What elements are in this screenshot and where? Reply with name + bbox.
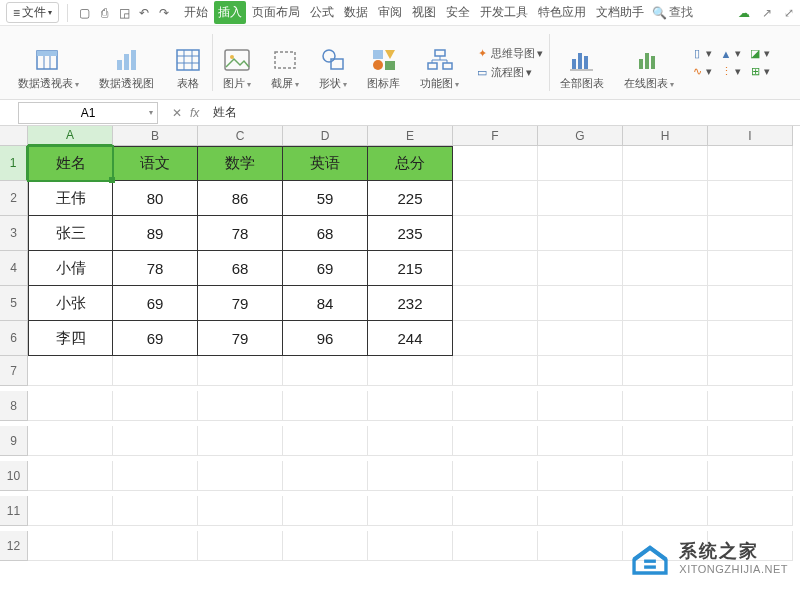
cell[interactable] xyxy=(198,426,283,456)
cell[interactable]: 79 xyxy=(198,321,283,356)
file-menu[interactable]: ≡ 文件 ▾ xyxy=(6,2,59,23)
preview-icon[interactable]: ◲ xyxy=(116,5,132,21)
cell[interactable]: 总分 xyxy=(368,146,453,181)
cell[interactable] xyxy=(708,426,793,456)
cell[interactable]: 69 xyxy=(113,286,198,321)
cell[interactable] xyxy=(453,216,538,251)
cell[interactable] xyxy=(283,426,368,456)
cell[interactable] xyxy=(453,426,538,456)
column-header[interactable]: A xyxy=(28,126,113,146)
cell[interactable] xyxy=(198,531,283,561)
cancel-icon[interactable]: ✕ xyxy=(172,106,182,120)
cell[interactable] xyxy=(708,356,793,386)
cell[interactable] xyxy=(453,531,538,561)
cell[interactable]: 李四 xyxy=(28,321,113,356)
cell[interactable] xyxy=(113,461,198,491)
cell[interactable] xyxy=(708,146,793,181)
tab-0[interactable]: 开始 xyxy=(180,1,212,24)
cell[interactable] xyxy=(623,461,708,491)
cell[interactable] xyxy=(198,391,283,421)
tab-1[interactable]: 插入 xyxy=(214,1,246,24)
tab-9[interactable]: 特色应用 xyxy=(534,1,590,24)
cell[interactable] xyxy=(708,216,793,251)
cell[interactable]: 78 xyxy=(113,251,198,286)
cell[interactable] xyxy=(538,321,623,356)
column-header[interactable]: H xyxy=(623,126,708,146)
cell[interactable] xyxy=(453,496,538,526)
cell[interactable] xyxy=(623,216,708,251)
cell[interactable] xyxy=(538,286,623,321)
cell[interactable] xyxy=(453,391,538,421)
cell[interactable]: 79 xyxy=(198,286,283,321)
fx-icon[interactable]: fx xyxy=(190,106,199,120)
cell[interactable]: 小倩 xyxy=(28,251,113,286)
column-header[interactable]: G xyxy=(538,126,623,146)
cell[interactable]: 235 xyxy=(368,216,453,251)
cell[interactable] xyxy=(538,216,623,251)
cell[interactable] xyxy=(708,181,793,216)
cell[interactable]: 232 xyxy=(368,286,453,321)
cell[interactable] xyxy=(538,496,623,526)
cell[interactable] xyxy=(283,531,368,561)
cell[interactable]: 姓名 xyxy=(28,146,113,181)
cell[interactable] xyxy=(708,496,793,526)
all-charts-button[interactable]: 全部图表 xyxy=(550,30,614,95)
cell[interactable] xyxy=(113,531,198,561)
cell[interactable]: 英语 xyxy=(283,146,368,181)
cell[interactable] xyxy=(708,461,793,491)
spreadsheet-grid[interactable]: ABCDEFGHI 1姓名语文数学英语总分2王伟8086592253张三8978… xyxy=(0,126,800,566)
cell[interactable] xyxy=(538,146,623,181)
cell[interactable] xyxy=(368,426,453,456)
cell[interactable] xyxy=(538,251,623,286)
tab-6[interactable]: 视图 xyxy=(408,1,440,24)
tab-7[interactable]: 安全 xyxy=(442,1,474,24)
cell[interactable] xyxy=(623,286,708,321)
tab-10[interactable]: 文档助手 xyxy=(592,1,648,24)
smartart-button[interactable]: 功能图▾ xyxy=(410,30,469,95)
scatter-chart-icon[interactable]: ⋮ xyxy=(719,65,733,79)
row-header[interactable]: 12 xyxy=(0,531,28,561)
name-box[interactable]: A1 ▾ xyxy=(18,102,158,124)
mindmap-button[interactable]: ✦思维导图▾ xyxy=(475,46,543,61)
cell[interactable]: 244 xyxy=(368,321,453,356)
cell[interactable] xyxy=(198,356,283,386)
cell[interactable] xyxy=(623,251,708,286)
combo-chart-icon[interactable]: ◪ xyxy=(748,47,762,61)
cell[interactable] xyxy=(538,356,623,386)
column-header[interactable]: E xyxy=(368,126,453,146)
column-header[interactable]: D xyxy=(283,126,368,146)
cell[interactable] xyxy=(453,251,538,286)
cell[interactable] xyxy=(283,461,368,491)
tab-4[interactable]: 数据 xyxy=(340,1,372,24)
online-charts-button[interactable]: 在线图表▾ xyxy=(614,30,684,95)
line-chart-icon[interactable]: ∿ xyxy=(690,65,704,79)
row-header[interactable]: 4 xyxy=(0,251,28,286)
row-header[interactable]: 11 xyxy=(0,496,28,526)
tab-3[interactable]: 公式 xyxy=(306,1,338,24)
cell[interactable] xyxy=(708,321,793,356)
cell[interactable]: 84 xyxy=(283,286,368,321)
cell[interactable] xyxy=(708,391,793,421)
cell[interactable]: 225 xyxy=(368,181,453,216)
cell[interactable]: 68 xyxy=(198,251,283,286)
picture-button[interactable]: 图片▾ xyxy=(213,30,261,95)
cell[interactable] xyxy=(113,496,198,526)
cell[interactable] xyxy=(28,496,113,526)
row-header[interactable]: 3 xyxy=(0,216,28,251)
cell[interactable]: 69 xyxy=(283,251,368,286)
row-header[interactable]: 5 xyxy=(0,286,28,321)
cell[interactable]: 86 xyxy=(198,181,283,216)
icon-library-button[interactable]: 图标库 xyxy=(357,30,410,95)
cell[interactable] xyxy=(368,531,453,561)
flowchart-button[interactable]: ▭流程图▾ xyxy=(475,65,543,80)
tab-8[interactable]: 开发工具 xyxy=(476,1,532,24)
tab-5[interactable]: 审阅 xyxy=(374,1,406,24)
cell[interactable] xyxy=(708,286,793,321)
cell[interactable] xyxy=(368,391,453,421)
cell[interactable] xyxy=(623,391,708,421)
search-button[interactable]: 🔍 查找 xyxy=(652,4,693,21)
cell[interactable] xyxy=(453,181,538,216)
cell[interactable]: 数学 xyxy=(198,146,283,181)
cell[interactable] xyxy=(113,356,198,386)
formula-input[interactable]: 姓名 xyxy=(207,104,800,121)
